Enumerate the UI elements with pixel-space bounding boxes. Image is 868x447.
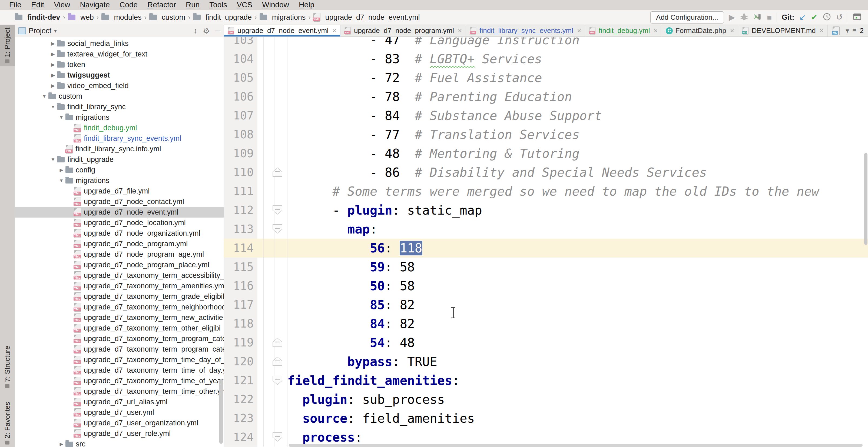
collapsed-arrow-icon[interactable]: ▶ xyxy=(49,51,57,57)
close-icon[interactable]: × xyxy=(332,27,336,35)
tree-item-upgrade-d7-taxonomy-term-time-day-of-w[interactable]: YMLupgrade_d7_taxonomy_term_time_day_of_… xyxy=(15,355,224,365)
tree-item-upgrade-d7-taxonomy-term-time-other-ym[interactable]: YMLupgrade_d7_taxonomy_term_time_other.y… xyxy=(15,386,224,397)
editor-tab-upgrade-d7-node-program-yml[interactable]: YMLupgrade_d7_node_program.yml× xyxy=(340,25,466,36)
tree-item-upgrade-d7-url-alias-yml[interactable]: YMLupgrade_d7_url_alias.yml xyxy=(15,397,224,407)
run-anything-icon[interactable] xyxy=(853,12,862,22)
code-line-110[interactable]: 110 - 86 # Disability and Special Needs … xyxy=(224,163,868,182)
code-line-118[interactable]: 118 84: 82 xyxy=(224,314,868,333)
menu-item-navigate[interactable]: Navigate xyxy=(76,0,114,9)
collapsed-arrow-icon[interactable]: ▶ xyxy=(57,167,65,173)
phone-listen-icon[interactable]: # xyxy=(753,12,762,22)
add-configuration-button[interactable]: Add Configuration... xyxy=(650,11,724,24)
debug-icon[interactable] xyxy=(740,12,748,22)
menu-item-window[interactable]: Window xyxy=(258,0,293,9)
breadcrumb-item-modules[interactable]: modules xyxy=(101,13,142,22)
chevron-down-icon[interactable]: ▾ xyxy=(54,28,57,34)
tree-item-upgrade-d7-taxonomy-term-program-cate[interactable]: YMLupgrade_d7_taxonomy_term_program_cate xyxy=(15,344,224,355)
editor-tab-findit-debug-yml[interactable]: YMLfindit_debug.yml× xyxy=(585,25,662,36)
expanded-arrow-icon[interactable]: ▼ xyxy=(49,157,57,162)
code-line-123[interactable]: 123 source: field_amenities xyxy=(224,409,868,428)
hide-panel-icon[interactable]: ─ xyxy=(215,27,220,35)
editor-tab-upgrade-d7-node-event-yml[interactable]: YMLupgrade_d7_node_event.yml× xyxy=(224,25,340,36)
menu-item-tools[interactable]: Tools xyxy=(205,0,231,9)
tree-item-upgrade-d7-node-location-yml[interactable]: YMLupgrade_d7_node_location.yml xyxy=(15,218,224,228)
code-line-114[interactable]: 114 56: 118 xyxy=(224,238,868,258)
code-line-103[interactable]: 103 - 47 # Language Instruction xyxy=(224,37,868,50)
code-line-119[interactable]: 119 54: 48 xyxy=(224,333,868,352)
editor-tab-formatdate-php[interactable]: CFormatDate.php× xyxy=(662,25,738,36)
tree-item-upgrade-d7-node-event-yml[interactable]: YMLupgrade_d7_node_event.yml xyxy=(15,207,224,218)
collapsed-arrow-icon[interactable]: ▶ xyxy=(49,62,57,68)
tree-item-upgrade-d7-taxonomy-term-grade-eligibil[interactable]: YMLupgrade_d7_taxonomy_term_grade_eligib… xyxy=(15,291,224,302)
menu-item-view[interactable]: View xyxy=(50,0,74,9)
git-rollback-icon[interactable]: ↺ xyxy=(836,13,843,21)
close-icon[interactable]: × xyxy=(654,27,658,35)
menu-item-run[interactable]: Run xyxy=(181,0,204,9)
breadcrumb-item-web[interactable]: web xyxy=(68,13,94,22)
project-panel-title[interactable]: Project xyxy=(29,27,51,35)
breadcrumb-item-migrations[interactable]: migrations xyxy=(259,13,306,22)
tree-item-migrations[interactable]: ▼migrations xyxy=(15,175,224,186)
tree-item-upgrade-d7-file-yml[interactable]: YMLupgrade_d7_file.yml xyxy=(15,186,224,196)
git-commit-icon[interactable]: ✔ xyxy=(811,13,818,21)
menu-item-help[interactable]: Help xyxy=(294,0,319,9)
menu-item-vcs[interactable]: VCS xyxy=(232,0,257,9)
tree-item-findit-library-sync-events-yml[interactable]: YMLfindit_library_sync_events.yml xyxy=(15,133,224,144)
git-history-icon[interactable] xyxy=(823,12,831,22)
close-icon[interactable]: × xyxy=(730,27,734,35)
tree-item-upgrade-d7-taxonomy-term-amenities-yml[interactable]: YMLupgrade_d7_taxonomy_term_amenities.ym… xyxy=(15,281,224,291)
code-line-120[interactable]: 120 bypass: TRUE xyxy=(224,352,868,371)
tree-item-upgrade-d7-taxonomy-term-neighborhood[interactable]: YMLupgrade_d7_taxonomy_term_neighborhood xyxy=(15,302,224,312)
code-line-115[interactable]: 115 59: 58 xyxy=(224,258,868,277)
editor-vertical-scrollbar[interactable] xyxy=(864,153,867,245)
tree-item-upgrade-d7-user-role-yml[interactable]: YMLupgrade_d7_user_role.yml xyxy=(15,428,224,439)
tree-item-findit-upgrade[interactable]: ▼findit_upgrade xyxy=(15,154,224,165)
tree-item-upgrade-d7-node-contact-yml[interactable]: YMLupgrade_d7_node_contact.yml xyxy=(15,196,224,207)
tree-item-video-embed-field[interactable]: ▶video_embed_field xyxy=(15,81,224,91)
breadcrumb-item-custom[interactable]: custom xyxy=(149,13,185,22)
fold-end-icon[interactable] xyxy=(273,357,282,366)
tree-item-upgrade-d7-taxonomy-term-time-of-year[interactable]: YMLupgrade_d7_taxonomy_term_time_of_year… xyxy=(15,376,224,386)
fold-start-icon[interactable] xyxy=(273,433,282,442)
tree-item-upgrade-d7-node-program-yml[interactable]: YMLupgrade_d7_node_program.yml xyxy=(15,238,224,249)
code-line-113[interactable]: 113 map: xyxy=(224,220,868,238)
menu-item-refactor[interactable]: Refactor xyxy=(143,0,180,9)
collapsed-arrow-icon[interactable]: ▶ xyxy=(49,72,57,78)
menu-item-code[interactable]: Code xyxy=(115,0,142,9)
code-line-122[interactable]: 122 plugin: sub_process xyxy=(224,390,868,409)
tree-item-src[interactable]: ▶src xyxy=(15,439,224,447)
code-line-111[interactable]: 111 # Some terms were merged so we need … xyxy=(224,182,868,201)
breadcrumb-item-findit-upgrade[interactable]: findit_upgrade xyxy=(193,13,252,22)
fold-end-icon[interactable] xyxy=(273,338,282,347)
tree-item-config[interactable]: ▶config xyxy=(15,165,224,175)
gear-icon[interactable]: ⚙ xyxy=(203,27,210,35)
fold-start-icon[interactable] xyxy=(273,205,282,215)
tree-item-token[interactable]: ▶token xyxy=(15,60,224,70)
tree-item-upgrade-d7-taxonomy-term-other-eligibi[interactable]: YMLupgrade_d7_taxonomy_term_other_eligib… xyxy=(15,323,224,333)
code-line-107[interactable]: 107 - 84 # Substance Abuse Support xyxy=(224,106,868,125)
close-icon[interactable]: × xyxy=(458,27,462,35)
chevron-down-icon[interactable]: ▾ xyxy=(845,27,849,35)
collapsed-arrow-icon[interactable]: ▶ xyxy=(49,83,57,89)
tree-item-upgrade-d7-node-program-place-yml[interactable]: YMLupgrade_d7_node_program_place.yml xyxy=(15,260,224,270)
tree-item-upgrade-d7-taxonomy-term-time-of-day-y[interactable]: YMLupgrade_d7_taxonomy_term_time_of_day.… xyxy=(15,365,224,376)
menu-item-edit[interactable]: Edit xyxy=(27,0,49,9)
close-icon[interactable]: × xyxy=(819,27,824,35)
fold-start-icon[interactable] xyxy=(273,376,282,385)
tool-window-button-project[interactable]: 1: Project xyxy=(0,25,15,66)
tree-item-custom[interactable]: ▼custom xyxy=(15,91,224,102)
tree-item-twigsuggest[interactable]: ▶twigsuggest xyxy=(15,70,224,81)
editor-horizontal-scrollbar[interactable] xyxy=(289,444,863,447)
code-line-112[interactable]: 112 - plugin: static_map xyxy=(224,201,868,220)
tree-item-findit-library-sync[interactable]: ▼findit_library_sync xyxy=(15,102,224,112)
hidden-tabs-list-icon[interactable]: ≡ xyxy=(852,27,856,35)
tree-item-upgrade-d7-node-organization-yml[interactable]: YMLupgrade_d7_node_organization.yml xyxy=(15,228,224,238)
editor-tab-development-md[interactable]: MDDEVELOPMENT.md× xyxy=(738,25,828,36)
tree-item-upgrade-d7-taxonomy-term-program-cate[interactable]: YMLupgrade_d7_taxonomy_term_program_cate xyxy=(15,333,224,344)
tree-item-upgrade-d7-taxonomy-term-new-activitie[interactable]: YMLupgrade_d7_taxonomy_term_new_activiti… xyxy=(15,312,224,323)
code-line-116[interactable]: 116 50: 58 xyxy=(224,277,868,295)
tree-item-social-media-links[interactable]: ▶social_media_links xyxy=(15,38,224,49)
code-line-121[interactable]: 121field_findit_amenities: xyxy=(224,371,868,390)
expanded-arrow-icon[interactable]: ▼ xyxy=(49,104,57,110)
tree-item-upgrade-d7-user-organization-yml[interactable]: YMLupgrade_d7_user_organization.yml xyxy=(15,418,224,428)
